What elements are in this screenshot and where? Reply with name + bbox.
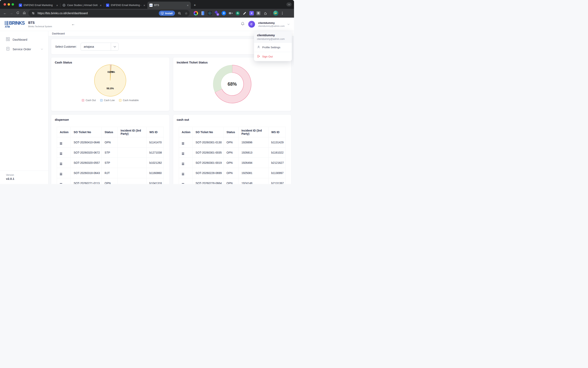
fullscreen-window-button[interactable]: [12, 3, 14, 6]
table-row: SOT-20260221-0113 OPN b1041316: [57, 178, 164, 184]
tab-bts-active[interactable]: BTS BTS ×: [147, 2, 191, 9]
incident-donut-chart[interactable]: 68%: [212, 64, 252, 104]
table-row: SOT-20260410-0646 OPN b1141470: [57, 137, 164, 147]
extensions-puzzle-icon[interactable]: [263, 11, 267, 15]
cell-incident: 1926494: [239, 158, 268, 168]
cash-status-card: Cash Status 0.9%0.2%98.8% Cash Out Cash …: [51, 57, 170, 111]
ifttt-extension-icon[interactable]: If: [249, 11, 254, 15]
close-tab-icon[interactable]: ×: [56, 4, 59, 7]
screen-recorder-extension-icon[interactable]: [228, 11, 233, 15]
cash-status-title: Cash Status: [51, 57, 169, 64]
vue-devtools-extension-icon[interactable]: 8: [215, 11, 219, 15]
back-button[interactable]: ←: [71, 22, 75, 27]
pie-slice-cash-available[interactable]: [94, 65, 126, 96]
browser-menu-icon[interactable]: [282, 12, 283, 15]
close-tab-icon[interactable]: ×: [143, 4, 146, 7]
tab-search-button[interactable]: [286, 2, 292, 6]
legend-item-cash-out[interactable]: Cash Out: [82, 99, 96, 102]
legend-item-cash-available[interactable]: Cash Available: [119, 99, 139, 102]
home-button[interactable]: [22, 11, 26, 15]
brinks-logo: BRINKS ATM: [5, 20, 25, 28]
tab-enfeno-1[interactable]: » ENFENO Email Marketing ×: [17, 2, 60, 9]
notification-bell-icon[interactable]: [240, 22, 245, 27]
user-name: clientdummy: [258, 21, 285, 24]
row-actions-icon[interactable]: [60, 163, 62, 165]
forward-nav-button[interactable]: →: [9, 11, 14, 15]
user-info[interactable]: clientdummy clientdummy@admin.com: [258, 21, 285, 27]
camera-lens-icon: [231, 12, 233, 14]
chevron-down-icon[interactable]: [288, 23, 290, 25]
install-app-button[interactable]: Install: [159, 11, 175, 16]
install-label: Install: [165, 12, 173, 15]
cash-status-pie-chart[interactable]: 0.9%0.2%98.8%: [93, 64, 127, 98]
bts-favicon-icon: BTS: [149, 4, 153, 7]
bitwarden-extension-icon[interactable]: B: [256, 11, 260, 15]
window-controls: [4, 3, 14, 6]
sidebar-item-dashboard[interactable]: Dashboard: [0, 35, 48, 44]
app-subtitle: Brinks Technical System: [28, 25, 52, 28]
user-avatar[interactable]: C: [248, 21, 255, 28]
bookmark-star-icon[interactable]: ☆: [184, 11, 189, 15]
browser-profile-avatar[interactable]: [273, 11, 278, 16]
camera-body-icon: [229, 12, 231, 14]
row-actions-icon[interactable]: [182, 173, 184, 175]
donut-slice-remaining[interactable]: [213, 65, 232, 92]
breadcrumb-item[interactable]: Dashboard: [52, 32, 65, 35]
row-actions-icon[interactable]: [182, 183, 184, 184]
row-actions-icon[interactable]: [60, 173, 62, 175]
close-tab-icon[interactable]: ×: [186, 4, 189, 7]
sidebar-item-service-order[interactable]: Service Order: [0, 44, 48, 54]
select-customer-label: Select Customer:: [55, 45, 77, 48]
sign-out-item[interactable]: Sign Out: [254, 52, 292, 61]
row-actions-icon[interactable]: [60, 153, 62, 155]
shazam-extension-icon[interactable]: S: [222, 11, 226, 15]
table-row: SOT-20260228-0699 OPN 1925081 b1130997: [179, 168, 286, 178]
browser-window: » ENFENO Email Marketing × Case Studies …: [0, 0, 294, 184]
notes-extension-icon[interactable]: [201, 11, 205, 15]
table-row: SOT-20260301-0130 OPN 1928896 b1131429: [179, 137, 286, 147]
cell-ws: b1160860: [147, 168, 164, 178]
react-devtools-extension-icon[interactable]: [208, 11, 212, 15]
grammarly-extension-icon[interactable]: G: [236, 11, 240, 15]
cell-incident: 1926813: [239, 147, 268, 158]
col-ws-id: WS ID: [147, 127, 164, 137]
donut-center-label: 68%: [228, 82, 237, 87]
url-text[interactable]: https://bts.brinks.co.id/client/dashboar…: [38, 12, 157, 15]
user-menu-header: clientdummy clientdummy@admin.com: [254, 31, 292, 43]
brand-name: BRINKS: [9, 20, 25, 26]
minimize-window-button[interactable]: [8, 3, 10, 6]
col-incident-id: Incident ID (3rd Party): [118, 127, 147, 137]
eyedropper-extension-icon[interactable]: [242, 11, 247, 15]
profile-settings-item[interactable]: Profile Settings: [254, 43, 292, 52]
row-actions-icon[interactable]: [182, 142, 184, 145]
row-actions-icon[interactable]: [182, 163, 184, 165]
close-tab-icon[interactable]: ×: [99, 4, 102, 7]
back-nav-button[interactable]: ←: [3, 11, 7, 15]
chevron-down-icon: [41, 48, 43, 50]
site-settings-icon[interactable]: [31, 12, 35, 15]
cell-so: SOT-20260301-0019: [193, 158, 224, 168]
table-header-row: Action SO Ticket No Status Incident ID (…: [179, 127, 286, 137]
row-actions-icon[interactable]: [182, 153, 184, 155]
tab-enfeno-2[interactable]: » ENFENO Email Marketing - Co ×: [104, 2, 147, 9]
document-icon: [6, 47, 10, 51]
customer-select[interactable]: artajasa: [81, 43, 119, 51]
row-actions-icon[interactable]: [60, 183, 62, 184]
reload-button[interactable]: [16, 11, 20, 15]
select-chevron-zone[interactable]: [111, 43, 118, 50]
address-bar[interactable]: https://bts.brinks.co.id/client/dashboar…: [28, 10, 190, 17]
legend-item-cash-low[interactable]: Cash Low: [100, 99, 114, 102]
cell-incident: [118, 147, 147, 158]
new-tab-button[interactable]: +: [192, 2, 198, 8]
tab-title: ENFENO Email Marketing: [24, 4, 54, 7]
colorzilla-extension-icon[interactable]: [193, 11, 198, 15]
legend-label: Cash Out: [86, 99, 96, 102]
tab-case-studies[interactable]: Case Studies | Ahmad Giofadl ×: [60, 2, 104, 9]
cell-so: SOT-20260410-0646: [71, 137, 102, 147]
close-window-button[interactable]: [4, 3, 6, 6]
row-actions-icon[interactable]: [60, 142, 62, 145]
col-so-ticket: SO Ticket No: [71, 127, 102, 137]
install-icon: [161, 12, 164, 15]
zoom-out-icon[interactable]: [177, 12, 182, 15]
version-block: Version v2.0.1: [0, 171, 48, 184]
